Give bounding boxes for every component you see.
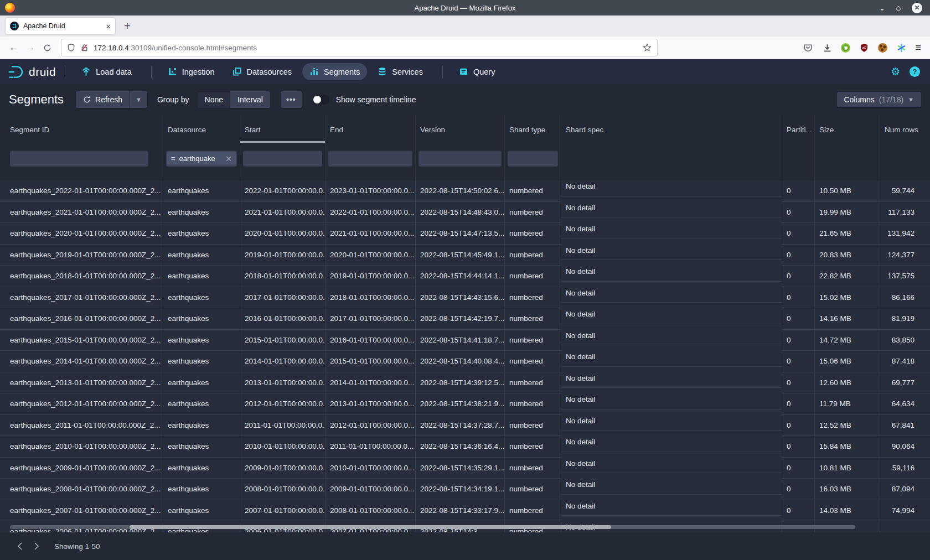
- table-row[interactable]: earthquakes_2020-01-01T00:00:00.000Z_2..…: [0, 223, 930, 245]
- next-page-icon[interactable]: [30, 540, 43, 553]
- cell-segment-id: earthquakes_2018-01-01T00:00:00.000Z_2..…: [0, 266, 163, 287]
- table-row[interactable]: earthquakes_2010-01-01T00:00:00.000Z_2..…: [0, 436, 930, 458]
- cell-version: 2022-08-15T14:37:28.7...: [416, 415, 505, 437]
- table-row[interactable]: earthquakes_2008-01-01T00:00:00.000Z_2..…: [0, 479, 930, 500]
- pocket-icon[interactable]: [802, 42, 813, 53]
- group-by-none-button[interactable]: None: [198, 91, 230, 108]
- cell-partition: 0: [782, 479, 815, 500]
- cell-start: 2013-01-01T00:00:00.0...: [240, 372, 326, 394]
- column-header-start[interactable]: Start: [240, 115, 326, 144]
- cookie-extension-icon[interactable]: [878, 43, 887, 53]
- table-row[interactable]: earthquakes_2021-01-01T00:00:00.000Z_2..…: [0, 202, 930, 224]
- table-row[interactable]: earthquakes_2022-01-01T00:00:00.000Z_2..…: [0, 180, 930, 202]
- column-header-segment-id[interactable]: Segment ID: [0, 115, 163, 144]
- table-row[interactable]: earthquakes_2012-01-01T00:00:00.000Z_2..…: [0, 393, 930, 415]
- column-header-datasource[interactable]: Datasource: [163, 115, 240, 144]
- cell-shard-spec: No detail: [561, 202, 782, 224]
- settings-gear-icon[interactable]: ⚙: [891, 66, 900, 77]
- url-bar[interactable]: 172.18.0.4:30109/unified-console.html#se…: [61, 39, 658, 56]
- cell-num-rows: 117,133: [880, 202, 930, 224]
- column-header-end[interactable]: End: [326, 115, 416, 144]
- cell-shard-spec: No detail: [561, 180, 782, 202]
- cell-datasource: earthquakes: [163, 436, 240, 458]
- column-header-size[interactable]: Size: [815, 115, 880, 144]
- cell-segment-id: earthquakes_2014-01-01T00:00:00.000Z_2..…: [0, 351, 163, 372]
- remove-filter-icon[interactable]: ✕: [225, 154, 232, 163]
- nav-item-segments[interactable]: Segments: [302, 63, 367, 80]
- column-header-shard-spec[interactable]: Shard spec: [561, 115, 782, 144]
- nav-item-load-data[interactable]: Load data: [74, 63, 139, 80]
- refresh-button[interactable]: Refresh: [76, 91, 130, 108]
- cell-num-rows: 59,744: [880, 180, 930, 202]
- ingestion-icon: [168, 67, 177, 76]
- close-icon[interactable]: ✕: [912, 3, 922, 13]
- back-icon[interactable]: ←: [6, 39, 22, 56]
- table-row[interactable]: earthquakes_2009-01-01T00:00:00.000Z_2..…: [0, 458, 930, 479]
- column-header-partition[interactable]: Partiti...: [782, 115, 815, 144]
- table-row[interactable]: earthquakes_2017-01-01T00:00:00.000Z_2..…: [0, 287, 930, 309]
- columns-button[interactable]: Columns (17/18) ▼: [837, 92, 922, 107]
- column-header-num-rows[interactable]: Num rows: [880, 115, 930, 144]
- nav-item-datasources[interactable]: Datasources: [225, 63, 299, 80]
- previous-page-icon[interactable]: [13, 540, 27, 553]
- cell-shard-type: numbered: [505, 308, 561, 330]
- cell-size: 19.99 MB: [815, 202, 880, 224]
- horizontal-scrollbar-thumb[interactable]: [130, 525, 611, 529]
- forward-icon[interactable]: →: [22, 39, 39, 56]
- column-header-version[interactable]: Version: [416, 115, 505, 144]
- shard-type-filter-input[interactable]: [508, 151, 558, 167]
- segment-id-filter-input[interactable]: [10, 151, 148, 167]
- table-row[interactable]: earthquakes_2014-01-01T00:00:00.000Z_2..…: [0, 351, 930, 372]
- table-row[interactable]: earthquakes_2019-01-01T00:00:00.000Z_2..…: [0, 245, 930, 266]
- end-filter-input[interactable]: [328, 151, 412, 167]
- ublock-shield-icon[interactable]: uO: [859, 42, 870, 53]
- cell-segment-id: earthquakes_2022-01-01T00:00:00.000Z_2..…: [0, 180, 163, 202]
- cell-shard-type: numbered: [505, 223, 561, 245]
- cell-shard-spec: No detail: [561, 372, 782, 394]
- tab-close-icon[interactable]: ×: [106, 22, 111, 31]
- nav-item-query[interactable]: Query: [452, 63, 503, 80]
- column-header-shard-type[interactable]: Shard type: [505, 115, 561, 144]
- nav-item-ingestion[interactable]: Ingestion: [161, 63, 222, 80]
- insecure-lock-icon[interactable]: [80, 43, 89, 52]
- cell-size: 11.79 MB: [815, 393, 880, 415]
- more-options-button[interactable]: •••: [281, 91, 302, 108]
- druid-logo[interactable]: druid: [8, 64, 56, 80]
- cell-partition: 0: [782, 266, 815, 287]
- table-row[interactable]: earthquakes_2016-01-01T00:00:00.000Z_2..…: [0, 308, 930, 330]
- table-row[interactable]: earthquakes_2011-01-01T00:00:00.000Z_2..…: [0, 415, 930, 437]
- segment-timeline-toggle[interactable]: [312, 95, 329, 105]
- new-tab-button[interactable]: +: [124, 20, 131, 33]
- start-filter-input[interactable]: [243, 151, 322, 167]
- privacy-extension-icon[interactable]: ◉: [841, 43, 850, 53]
- table-row[interactable]: earthquakes_2013-01-01T00:00:00.000Z_2..…: [0, 372, 930, 394]
- cell-end: 2020-01-01T00:00:00.0...: [326, 245, 416, 266]
- nav-item-services[interactable]: Services: [370, 63, 430, 80]
- refresh-dropdown-button[interactable]: ▼: [130, 91, 147, 108]
- cell-num-rows: 87,418: [880, 351, 930, 372]
- reload-icon[interactable]: [39, 39, 55, 56]
- cell-partition: 0: [782, 330, 815, 351]
- datasource-filter-chip[interactable]: = earthquake ✕: [167, 152, 236, 165]
- shield-icon[interactable]: [67, 43, 75, 52]
- group-by-interval-button[interactable]: Interval: [230, 91, 270, 108]
- colorful-extension-icon[interactable]: [896, 42, 907, 53]
- help-icon[interactable]: ?: [910, 66, 920, 77]
- table-row[interactable]: earthquakes_2015-01-01T00:00:00.000Z_2..…: [0, 330, 930, 351]
- datasource-filter-input[interactable]: = earthquake ✕: [166, 151, 237, 167]
- pagination-footer: Showing 1-50: [0, 532, 930, 560]
- download-icon[interactable]: [822, 42, 833, 53]
- segments-view-header: Segments Refresh ▼ Group by None Interva…: [0, 84, 930, 115]
- divider: [151, 66, 152, 78]
- menu-hamburger-icon[interactable]: ≡: [915, 42, 921, 54]
- minimize-icon[interactable]: ⌄: [879, 4, 885, 12]
- table-row[interactable]: earthquakes_2007-01-01T00:00:00.000Z_2..…: [0, 500, 930, 522]
- bookmark-star-icon[interactable]: [643, 43, 652, 52]
- version-filter-input[interactable]: [418, 151, 502, 167]
- cell-datasource: earthquakes: [163, 223, 240, 245]
- cell-segment-id: earthquakes_2015-01-01T00:00:00.000Z_2..…: [0, 330, 163, 351]
- tab-apache-druid[interactable]: Ɔ Apache Druid ×: [6, 18, 115, 34]
- maximize-icon[interactable]: ◇: [896, 4, 901, 12]
- table-row[interactable]: earthquakes_2018-01-01T00:00:00.000Z_2..…: [0, 266, 930, 287]
- url-text[interactable]: 172.18.0.4:30109/unified-console.html#se…: [94, 44, 638, 52]
